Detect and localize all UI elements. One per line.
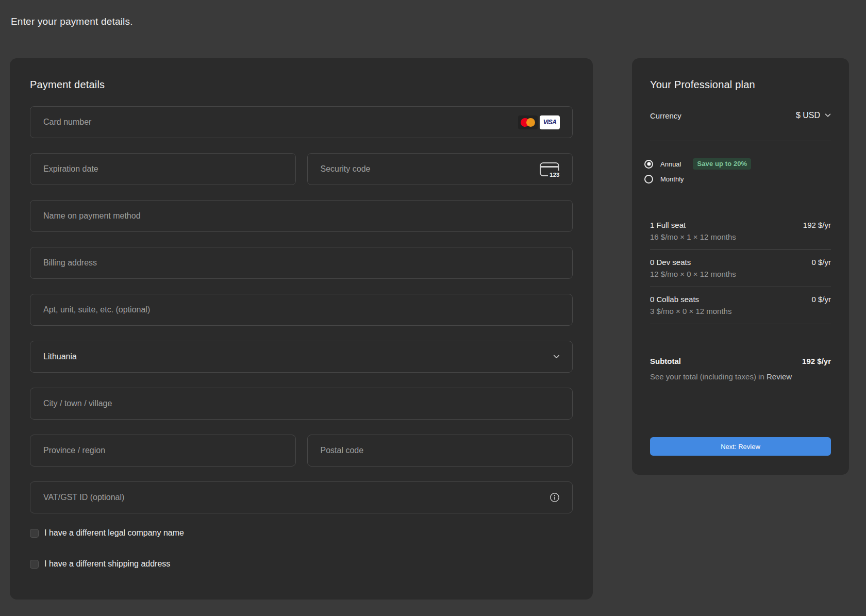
annual-label: Annual (660, 160, 681, 168)
divider (650, 287, 831, 287)
legal-company-checkbox-row[interactable]: I have a different legal company name (30, 528, 573, 538)
subtotal-row: Subtotal 192 $/yr (650, 357, 831, 366)
tax-note-review: Review (767, 372, 792, 381)
tax-note-text: See your total (including taxes) in (650, 372, 767, 381)
currency-row: Currency $ USD (650, 109, 831, 122)
item-price: 0 $/yr (811, 258, 831, 267)
legal-company-checkbox-label: I have a different legal company name (44, 528, 184, 538)
subtotal-value: 192 $/yr (802, 357, 831, 366)
currency-select[interactable]: $ USD (796, 111, 831, 120)
plan-line-items: 1 Full seat 192 $/yr 16 $/mo × 1 × 12 mo… (650, 221, 831, 332)
city-input[interactable] (43, 399, 560, 408)
item-name: 0 Collab seats (650, 295, 699, 304)
shipping-address-checkbox[interactable] (30, 560, 39, 569)
country-select[interactable]: Lithuania (30, 341, 573, 373)
billing-address-input[interactable] (43, 258, 560, 268)
payment-card-title: Payment details (30, 78, 573, 91)
plan-summary-card: Your Professional plan Currency $ USD An… (632, 58, 849, 475)
monthly-label: Monthly (660, 175, 684, 183)
card-number-field: VISA (30, 106, 573, 138)
expiration-date-input[interactable] (43, 164, 283, 174)
cvc-card-icon: 123 (539, 161, 560, 178)
currency-label: Currency (650, 111, 681, 120)
name-on-payment-input[interactable] (43, 211, 560, 221)
radio-annual[interactable] (644, 160, 653, 169)
vat-id-input[interactable] (43, 493, 549, 502)
apt-unit-field (30, 294, 573, 326)
subtotal-label: Subtotal (650, 357, 681, 366)
province-input[interactable] (43, 446, 283, 455)
billing-address-field (30, 247, 573, 279)
security-code-field: 123 (307, 153, 573, 185)
city-field (30, 388, 573, 420)
visa-icon: VISA (540, 115, 560, 129)
item-detail: 12 $/mo × 0 × 12 months (650, 270, 831, 279)
item-name: 0 Dev seats (650, 258, 691, 267)
country-value: Lithuania (43, 352, 553, 361)
line-item-collab-seats: 0 Collab seats 0 $/yr 3 $/mo × 0 × 12 mo… (650, 295, 831, 316)
province-field (30, 435, 296, 467)
next-review-button[interactable]: Next: Review (650, 437, 831, 456)
divider (650, 324, 831, 324)
chevron-down-icon (553, 355, 560, 359)
line-item-dev-seats: 0 Dev seats 0 $/yr 12 $/mo × 0 × 12 mont… (650, 258, 831, 279)
monthly-option[interactable]: Monthly (644, 174, 831, 184)
postal-code-input[interactable] (321, 446, 560, 455)
radio-monthly[interactable] (644, 175, 653, 184)
vat-id-field (30, 481, 573, 513)
currency-value: $ USD (796, 111, 820, 120)
item-name: 1 Full seat (650, 221, 686, 230)
item-detail: 16 $/mo × 1 × 12 months (650, 232, 831, 242)
shipping-address-checkbox-row[interactable]: I have a different shipping address (30, 559, 573, 569)
chevron-down-icon (825, 113, 831, 118)
legal-company-checkbox[interactable] (30, 529, 39, 538)
mastercard-icon (518, 115, 538, 129)
apt-unit-input[interactable] (43, 305, 560, 314)
name-on-payment-field (30, 200, 573, 232)
visa-label: VISA (543, 119, 557, 126)
discount-badge: Save up to 20% (693, 158, 751, 170)
billing-period-options: Annual Save up to 20% Monthly (644, 159, 831, 184)
card-number-input[interactable] (43, 118, 512, 127)
shipping-address-checkbox-label: I have a different shipping address (44, 559, 170, 569)
annual-option[interactable]: Annual Save up to 20% (644, 159, 831, 169)
page-title: Enter your payment details. (11, 16, 133, 27)
payment-fields: VISA 123 (30, 106, 573, 569)
divider (650, 249, 831, 250)
item-price: 192 $/yr (803, 221, 831, 230)
item-price: 0 $/yr (811, 295, 831, 304)
security-code-input[interactable] (321, 164, 540, 174)
line-item-full-seat: 1 Full seat 192 $/yr 16 $/mo × 1 × 12 mo… (650, 221, 831, 242)
tax-note: See your total (including taxes) in Revi… (650, 372, 831, 381)
info-icon[interactable] (549, 492, 560, 503)
divider (650, 141, 831, 141)
card-brand-icons: VISA (518, 115, 560, 129)
plan-title: Your Professional plan (650, 78, 831, 91)
cvc-123-label: 123 (549, 171, 559, 177)
postal-code-field (307, 435, 573, 467)
expiration-date-field (30, 153, 296, 185)
item-detail: 3 $/mo × 0 × 12 months (650, 307, 831, 316)
payment-details-card: Payment details VISA 123 (10, 58, 593, 600)
